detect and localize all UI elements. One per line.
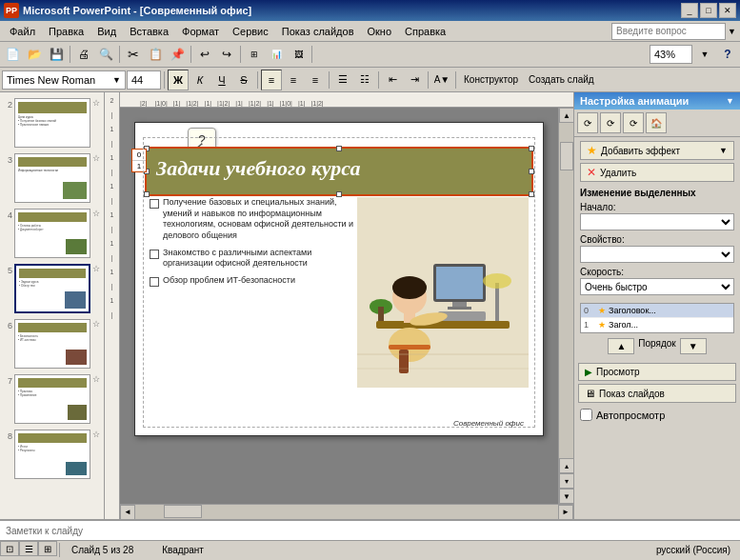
- scroll-right-button[interactable]: ►: [558, 505, 573, 520]
- slide-canvas[interactable]: ?: [134, 122, 544, 436]
- scroll-down-button-2[interactable]: ▾: [559, 473, 573, 489]
- handle-br[interactable]: [529, 191, 534, 197]
- zoom-dropdown[interactable]: ▼: [694, 44, 715, 65]
- list-button[interactable]: ☰: [332, 70, 353, 90]
- minimize-button[interactable]: _: [681, 3, 698, 18]
- constructor-button[interactable]: Конструктор: [459, 70, 523, 90]
- view-outline-button[interactable]: ☰: [19, 541, 38, 556]
- slide-thumb-8[interactable]: 8 • Итоги• Результаты ☆: [2, 428, 102, 481]
- anim-tb-btn-3[interactable]: ⟳: [623, 112, 644, 133]
- window-controls[interactable]: _ □ ✕: [681, 3, 736, 18]
- font-name-selector[interactable]: Times New Roman ▼: [2, 70, 126, 90]
- handle-t[interactable]: [336, 146, 342, 151]
- scroll-left-button[interactable]: ◄: [120, 505, 135, 520]
- autopreview-checkbox[interactable]: [580, 409, 592, 421]
- close-button[interactable]: ✕: [719, 3, 736, 18]
- italic-button[interactable]: К: [190, 70, 210, 90]
- save-button[interactable]: 💾: [46, 44, 67, 65]
- search-input[interactable]: [611, 23, 726, 40]
- print-button[interactable]: 🖨: [73, 44, 94, 65]
- slide-thumb-6[interactable]: 6 • Безопасность• ИТ-системы ☆: [2, 317, 102, 370]
- strikethrough-button[interactable]: S: [233, 70, 254, 90]
- paste-button[interactable]: 📌: [167, 44, 188, 65]
- order-up-button[interactable]: ▲: [608, 338, 634, 354]
- slide-img-4[interactable]: • Основы работы• Документооборот: [14, 209, 90, 258]
- menu-insert[interactable]: Вставка: [124, 24, 174, 39]
- slide-img-6[interactable]: • Безопасность• ИТ-системы: [14, 319, 90, 369]
- add-effect-button[interactable]: ★ Добавить эффект ▼: [580, 141, 734, 160]
- insert-picture-button[interactable]: 🖼: [288, 44, 309, 65]
- anim-list-item-0[interactable]: 0 ★ Заголовок...: [581, 304, 733, 318]
- scroll-down-button-1[interactable]: ▴: [559, 458, 573, 473]
- slide-thumb-3[interactable]: 3 Информационные технологии ☆: [2, 151, 102, 205]
- slide-img-2[interactable]: Цели курса • Получение базовых знаний• П…: [14, 98, 90, 148]
- help-button[interactable]: ?: [717, 44, 738, 65]
- handle-tr[interactable]: [529, 146, 534, 151]
- bold-button[interactable]: Ж: [168, 70, 189, 90]
- open-button[interactable]: 📂: [24, 44, 45, 65]
- search-dropdown-icon[interactable]: ▼: [728, 27, 736, 36]
- copy-button[interactable]: 📋: [145, 44, 166, 65]
- menu-format[interactable]: Формат: [176, 24, 225, 39]
- menu-window[interactable]: Окно: [362, 24, 398, 39]
- font-color-button[interactable]: A▼: [431, 70, 452, 90]
- insert-chart-button[interactable]: 📊: [266, 44, 287, 65]
- scroll-track-v[interactable]: [559, 123, 573, 458]
- anim-list-item-1[interactable]: 1 ★ Загол...: [581, 318, 733, 332]
- increase-indent-button[interactable]: ⇥: [404, 70, 425, 90]
- menu-file[interactable]: Файл: [4, 24, 41, 39]
- anim-tb-btn-1[interactable]: ⟳: [577, 112, 598, 133]
- menu-slideshow[interactable]: Показ слайдов: [276, 24, 360, 39]
- align-left-button[interactable]: ≡: [261, 70, 282, 90]
- new-button[interactable]: 📄: [2, 44, 23, 65]
- menu-help[interactable]: Справка: [399, 24, 451, 39]
- insert-table-button[interactable]: ⊞: [244, 44, 265, 65]
- app-icon: PP: [4, 3, 19, 18]
- animation-panel-dropdown-icon[interactable]: ▼: [726, 96, 734, 106]
- maximize-button[interactable]: □: [700, 3, 717, 18]
- undo-button[interactable]: ↩: [194, 44, 215, 65]
- anim-tb-btn-4[interactable]: 🏠: [646, 112, 667, 133]
- property-select[interactable]: [580, 246, 734, 263]
- scroll-thumb-v[interactable]: [560, 142, 573, 170]
- scroll-up-button[interactable]: ▲: [559, 108, 573, 123]
- slide-thumb-4[interactable]: 4 • Основы работы• Документооборот ☆: [2, 207, 102, 260]
- scroll-thumb-h[interactable]: [164, 505, 202, 518]
- zoom-box[interactable]: 43%: [650, 45, 692, 64]
- order-down-button[interactable]: ▼: [680, 338, 707, 354]
- scroll-bottom-button[interactable]: ▼: [559, 489, 573, 504]
- preview-button[interactable]: 🔍: [95, 44, 116, 65]
- add-dropdown-icon[interactable]: ▼: [719, 146, 728, 155]
- speed-select[interactable]: Очень быстро: [580, 278, 734, 295]
- menu-edit[interactable]: Правка: [43, 24, 90, 39]
- decrease-indent-button[interactable]: ⇤: [382, 70, 403, 90]
- scroll-track-h[interactable]: [135, 505, 558, 519]
- underline-button[interactable]: Ч: [211, 70, 232, 90]
- slide-img-5[interactable]: • Задачи курса• Обзор тем: [14, 264, 90, 313]
- view-slide-button[interactable]: ⊞: [38, 541, 57, 556]
- slide-img-8[interactable]: • Итоги• Результаты: [14, 430, 90, 479]
- anim-tb-btn-2[interactable]: ⟳: [600, 112, 621, 133]
- slide-thumb-5[interactable]: 5 • Задачи курса• Обзор тем ☆: [2, 262, 102, 315]
- slide-thumb-7[interactable]: 7 • Практика• Применение ☆: [2, 372, 102, 426]
- menu-tools[interactable]: Сервис: [227, 24, 274, 39]
- preview-button[interactable]: ▶ Просмотр: [578, 363, 736, 381]
- slide-thumb-2[interactable]: 2 Цели курса • Получение базовых знаний•…: [2, 96, 102, 150]
- align-right-button[interactable]: ≡: [305, 70, 326, 90]
- start-select[interactable]: [580, 213, 734, 230]
- redo-button[interactable]: ↪: [216, 44, 237, 65]
- cut-button[interactable]: ✂: [123, 44, 144, 65]
- notes-area[interactable]: Заметки к слайду: [0, 519, 740, 540]
- create-slide-button[interactable]: Создать слайд: [524, 70, 599, 90]
- slide-img-3[interactable]: Информационные технологии: [14, 153, 90, 203]
- menu-view[interactable]: Вид: [91, 24, 122, 39]
- num-list-button[interactable]: ☷: [354, 70, 375, 90]
- slide-img-7[interactable]: • Практика• Применение: [14, 374, 90, 424]
- slide-title-selection[interactable]: 0 1 Задачи учебного курса: [145, 147, 533, 196]
- slideshow-button[interactable]: 🖥 Показ слайдов: [578, 384, 736, 403]
- handle-r[interactable]: [529, 169, 534, 174]
- font-size-selector[interactable]: 44: [127, 70, 161, 90]
- view-normal-button[interactable]: ⊡: [0, 541, 19, 556]
- align-center-button[interactable]: ≡: [283, 70, 304, 90]
- delete-effect-button[interactable]: ✕ Удалить: [580, 163, 734, 182]
